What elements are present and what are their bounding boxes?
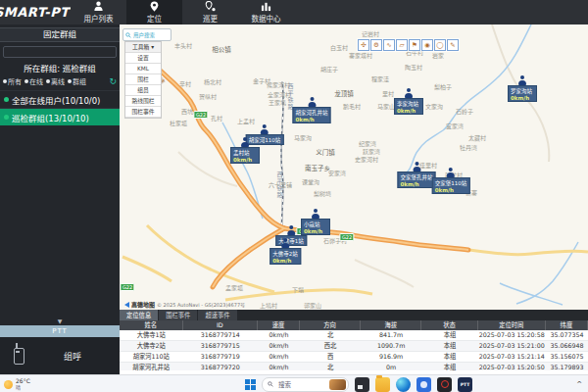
weather-sun-icon: [4, 380, 13, 389]
map-marker[interactable]: 李家沟站0km/h: [394, 88, 423, 115]
map-marker[interactable]: 交家堡110站0km/h: [432, 168, 470, 194]
tab-user-list[interactable]: 用户列表: [71, 0, 126, 24]
map-marker[interactable]: 交家堡孔井站0km/h: [397, 162, 435, 188]
map-canvas[interactable]: 丰头村相公镇记岩村白玉村寨家塔村石牛村岩家陶玉村程家洼胡庄子龙顶镇里村鹅毛村马家…: [120, 24, 588, 312]
area-measure-button[interactable]: ▱: [396, 39, 408, 51]
taskbar-browser-icon[interactable]: [396, 377, 411, 392]
map-marker[interactable]: 孟村站0km/h: [230, 137, 260, 164]
table-column-header: 定位时间: [478, 320, 546, 330]
taskbar-weather-widget[interactable]: 26°C 晴: [4, 378, 30, 390]
windows-taskbar: 26°C 晴 PTT ^: [0, 374, 588, 392]
taskbar-ptt-app-icon[interactable]: PTT: [458, 377, 472, 392]
tab-data-center[interactable]: 数据中心: [238, 0, 294, 24]
table-body: 大佛寺1站31687797140km/h北841.7m本组2025-07-03 …: [120, 330, 588, 370]
flag-marker-icon: ⚑: [412, 42, 417, 49]
tab-positioning-info[interactable]: 定位信息: [120, 310, 158, 320]
taskbar-media-app-icon[interactable]: [437, 377, 452, 392]
map-user-search[interactable]: [122, 28, 172, 41]
taskbar-file-explorer-icon[interactable]: [375, 377, 390, 392]
tab-patrol[interactable]: 巡更: [182, 0, 238, 24]
taskbar-search-box[interactable]: [262, 377, 349, 392]
flag-marker-button[interactable]: ⚑: [409, 39, 420, 51]
table-cell: 0m: [361, 363, 421, 370]
marker-label: 罗家沟站0km/h: [508, 85, 537, 102]
tool-menu-item-members[interactable]: 组员: [125, 85, 161, 96]
current-group-label: 所在群组: 巡检群组: [0, 62, 120, 74]
map-search-input[interactable]: [133, 32, 163, 38]
table-row[interactable]: 大佛寺1站31687797140km/h北841.7m本组2025-07-03 …: [120, 330, 588, 341]
tool-menu-item-kml[interactable]: KML: [125, 64, 161, 74]
map-place-label: 杜家坬: [170, 119, 187, 127]
map-place-label: 宜家湾: [446, 122, 464, 130]
pan-hand-button[interactable]: ✣: [358, 39, 369, 51]
ptt-bar[interactable]: PTT: [0, 325, 120, 337]
search-icon: [268, 381, 273, 387]
circle-fence-button[interactable]: ◉: [421, 39, 433, 51]
polyline-measure-icon: ∿: [386, 42, 391, 49]
filter-online[interactable]: 在线: [24, 76, 43, 86]
settings-gear-button[interactable]: ⚙: [370, 39, 382, 51]
tool-menu-toolbox[interactable]: 工具箱 ▾: [125, 42, 161, 53]
tool-menu-item-fence[interactable]: 围栏: [125, 74, 161, 85]
map-place-label: 上墕村: [260, 301, 277, 310]
map-marker[interactable]: 胡家河孔井站0km/h: [292, 97, 330, 123]
map-place-label: 相公镇: [212, 44, 231, 54]
tool-menu-item-fence-events[interactable]: 围栏事件: [125, 107, 161, 118]
marker-speed: 0km/h: [400, 181, 432, 187]
map-marker[interactable]: 罗家沟站0km/h: [508, 75, 537, 102]
table-row[interactable]: 大佛寺2站31687797150km/h西北1090.7m本组2025-07-0…: [120, 341, 588, 352]
draw-pencil-button[interactable]: ✎: [447, 39, 459, 51]
taskbar-search-input[interactable]: [276, 380, 326, 389]
table-column-header: 海拔: [361, 320, 421, 330]
tray-expand-chevron[interactable]: ^: [576, 380, 582, 388]
location-pin-icon: [149, 1, 160, 12]
table-cell: 本组: [421, 341, 477, 351]
map-marker[interactable]: 大佛寺2站0km/h: [270, 238, 301, 265]
sidebar-item-all-online-users[interactable]: 全部在线用户(10/10/0): [0, 90, 120, 108]
map-place-label: 马家沟: [294, 133, 312, 142]
filter-label: 离线: [51, 76, 65, 86]
search-highlight-thumbnail[interactable]: [329, 379, 346, 390]
refresh-icon[interactable]: ↻: [109, 77, 117, 86]
person-marker-icon: [447, 168, 456, 177]
filter-offline[interactable]: 离线: [46, 76, 65, 86]
group-item-label: 全部在线用户(10/10/0): [12, 94, 100, 106]
taskbar-blue-app-icon[interactable]: [416, 377, 431, 392]
map-place-label: 太藏村: [468, 133, 486, 142]
marker-speed: 0km/h: [233, 157, 257, 163]
collapse-chevron-icon[interactable]: ▼: [0, 317, 120, 325]
table-row[interactable]: 胡家河孔井站31687797200km/h北0m本组2025-07-03 15:…: [120, 363, 588, 370]
tab-fence-events[interactable]: 围栏事件: [159, 310, 197, 320]
map-place-label: 丰头村: [174, 41, 192, 50]
tab-positioning[interactable]: 定位: [126, 0, 182, 24]
group-call-button[interactable]: 组呼: [64, 350, 81, 363]
map-tool-menu: 工具箱 ▾ 设置 KML 围栏 组员 路线围栏 围栏事件: [124, 41, 162, 119]
map-place-label: 梨树塆: [314, 189, 331, 198]
tool-menu-item-route-fence[interactable]: 路线围栏: [125, 96, 161, 107]
radio-icon: [3, 79, 7, 83]
table-cell: 本组: [421, 352, 477, 362]
tab-overspeed-events[interactable]: 超速事件: [198, 310, 236, 320]
area-measure-icon: ▱: [400, 42, 405, 49]
tool-menu-item-settings[interactable]: 设置: [125, 53, 161, 64]
bar-chart-icon: [261, 1, 271, 12]
polyline-measure-button[interactable]: ∿: [383, 39, 395, 51]
filter-group[interactable]: 群组: [68, 76, 86, 86]
windows-start-button[interactable]: [245, 379, 256, 390]
group-search-input[interactable]: [3, 46, 117, 58]
marker-station-name: 交家堡110站: [435, 179, 467, 187]
person-marker-icon: [405, 88, 414, 98]
taskbar-app-terminal-icon[interactable]: [355, 377, 369, 392]
walkie-talkie-icon[interactable]: [14, 348, 24, 365]
road-number-badge: G22: [193, 111, 208, 119]
table-cell: 35.077354: [546, 330, 588, 340]
table-cell: 35.156075: [546, 352, 588, 362]
sidebar-item-inspection-group[interactable]: 巡检群组(13/10/10): [0, 108, 120, 125]
polygon-fence-button[interactable]: ◯: [434, 39, 446, 51]
map-place-label: 龙顶镇: [334, 88, 354, 98]
filter-all[interactable]: 所有: [3, 76, 22, 86]
draw-pencil-icon: ✎: [450, 42, 455, 49]
map-place-label: 王家墕: [269, 98, 286, 107]
marker-speed: 0km/h: [295, 117, 327, 122]
table-row[interactable]: 胡家河110站31687797190km/h西916.9m本组2025-07-0…: [120, 352, 588, 363]
